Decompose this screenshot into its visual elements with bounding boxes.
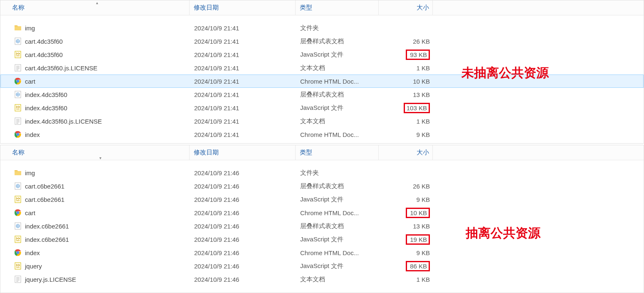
header-size-label: 大小 bbox=[417, 149, 429, 156]
file-size-label: 13 KB bbox=[413, 91, 430, 98]
file-size-label: 86 KB bbox=[406, 261, 430, 271]
file-name-label: cart.4dc35f60.js.LICENSE bbox=[25, 65, 97, 72]
file-row[interactable]: jquery2024/10/9 21:46JavaScript 文件86 KB bbox=[0, 259, 644, 273]
file-size-label: 10 KB bbox=[413, 78, 430, 85]
header-name[interactable]: 名称 ▾ bbox=[0, 145, 190, 160]
file-date-cell: 2024/10/9 21:41 bbox=[190, 65, 296, 72]
annotation-top: 未抽离公共资源 bbox=[461, 65, 549, 82]
file-type-cell: JavaScript 文件 bbox=[296, 196, 379, 204]
header-date[interactable]: 修改日期 bbox=[190, 0, 296, 15]
file-date-cell: 2024/10/9 21:41 bbox=[190, 104, 296, 112]
chrome-icon bbox=[14, 77, 22, 85]
header-name-label: 名称 bbox=[12, 149, 25, 156]
file-type-cell: Chrome HTML Doc... bbox=[296, 209, 379, 216]
chrome-icon bbox=[14, 131, 22, 138]
file-size-label: 1 KB bbox=[416, 65, 430, 72]
header-type-label: 类型 bbox=[300, 4, 312, 12]
js-file-icon bbox=[14, 51, 22, 58]
header-type[interactable]: 类型 bbox=[296, 0, 379, 15]
header-type[interactable]: 类型 bbox=[296, 145, 379, 160]
file-name-cell: cart bbox=[1, 77, 190, 85]
file-size-label: 103 KB bbox=[404, 103, 430, 113]
file-type-cell: 层叠样式表文档 bbox=[296, 91, 379, 99]
file-row[interactable]: img2024/10/9 21:46文件夹 bbox=[0, 166, 644, 179]
header-name[interactable]: 名称 ▴ bbox=[0, 0, 190, 15]
file-date-cell: 2024/10/9 21:46 bbox=[190, 223, 296, 230]
file-row[interactable]: cart.4dc35f602024/10/9 21:41层叠样式表文档26 KB bbox=[0, 35, 644, 48]
file-date-cell: 2024/10/9 21:46 bbox=[190, 276, 296, 283]
file-name-cell: index.4dc35f60.js.LICENSE bbox=[1, 117, 190, 125]
folder-icon bbox=[14, 169, 22, 176]
file-date-cell: 2024/10/9 21:41 bbox=[190, 118, 296, 125]
file-row[interactable]: index2024/10/9 21:46Chrome HTML Doc...9 … bbox=[0, 246, 644, 259]
file-name-label: jquery.js.LICENSE bbox=[25, 276, 76, 283]
header-date[interactable]: 修改日期 bbox=[190, 145, 296, 160]
file-size-cell: 1 KB bbox=[379, 65, 433, 72]
column-headers: 名称 ▾ 修改日期 类型 大小 bbox=[0, 145, 644, 160]
file-name-cell: img bbox=[1, 169, 190, 176]
file-size-cell: 10 KB bbox=[379, 208, 433, 218]
file-name-label: img bbox=[25, 25, 35, 32]
file-name-cell: cart.4dc35f60 bbox=[1, 37, 190, 45]
folder-icon bbox=[14, 24, 22, 32]
file-size-label: 19 KB bbox=[406, 234, 430, 245]
file-row[interactable]: cart.c6be26612024/10/9 21:46层叠样式表文档26 KB bbox=[0, 179, 644, 193]
file-size-cell: 26 KB bbox=[379, 183, 433, 190]
file-size-label: 26 KB bbox=[413, 38, 430, 45]
txt-file-icon bbox=[14, 64, 22, 72]
file-type-cell: Chrome HTML Doc... bbox=[296, 78, 379, 85]
file-row[interactable]: cart.4dc35f602024/10/9 21:41JavaScript 文… bbox=[0, 48, 644, 61]
file-row[interactable]: index2024/10/9 21:41Chrome HTML Doc...9 … bbox=[0, 128, 644, 141]
file-row[interactable]: jquery.js.LICENSE2024/10/9 21:46文本文档1 KB bbox=[0, 273, 644, 286]
file-row[interactable]: cart2024/10/9 21:46Chrome HTML Doc...10 … bbox=[0, 206, 644, 219]
file-name-label: cart.4dc35f60 bbox=[25, 38, 63, 45]
file-type-cell: 文本文档 bbox=[296, 64, 379, 72]
file-row[interactable]: index.4dc35f60.js.LICENSE2024/10/9 21:41… bbox=[0, 114, 644, 128]
file-size-label: 10 KB bbox=[406, 208, 430, 218]
file-name-cell: index.c6be2661 bbox=[1, 222, 190, 230]
header-type-label: 类型 bbox=[300, 149, 312, 156]
file-size-cell: 9 KB bbox=[379, 249, 433, 256]
header-size-label: 大小 bbox=[417, 4, 429, 12]
sort-asc-icon: ▴ bbox=[96, 0, 98, 5]
file-name-cell: cart.4dc35f60 bbox=[1, 51, 190, 58]
file-size-cell: 13 KB bbox=[379, 223, 433, 230]
header-size[interactable]: 大小 bbox=[379, 0, 433, 15]
header-size[interactable]: 大小 bbox=[379, 145, 433, 160]
file-name-label: index.4dc35f60.js.LICENSE bbox=[25, 118, 102, 125]
file-type-cell: 文本文档 bbox=[296, 276, 379, 283]
file-name-cell: index.4dc35f60 bbox=[1, 91, 190, 98]
file-size-label: 9 KB bbox=[416, 131, 430, 138]
file-size-cell: 26 KB bbox=[379, 38, 433, 45]
file-date-cell: 2024/10/9 21:41 bbox=[190, 131, 296, 138]
file-row[interactable]: index.4dc35f602024/10/9 21:41层叠样式表文档13 K… bbox=[0, 88, 644, 101]
file-name-label: index.4dc35f60 bbox=[25, 91, 67, 98]
file-size-label: 26 KB bbox=[413, 183, 430, 190]
file-name-label: cart.4dc35f60 bbox=[25, 51, 63, 58]
css-file-icon bbox=[14, 91, 22, 98]
file-row[interactable]: index.c6be26612024/10/9 21:46JavaScript … bbox=[0, 233, 644, 246]
file-size-label: 1 KB bbox=[416, 118, 430, 125]
file-row[interactable]: index.c6be26612024/10/9 21:46层叠样式表文档13 K… bbox=[0, 219, 644, 233]
file-row[interactable]: img2024/10/9 21:41文件夹 bbox=[0, 21, 644, 35]
file-date-cell: 2024/10/9 21:46 bbox=[190, 196, 296, 203]
file-name-label: jquery bbox=[25, 263, 42, 270]
file-size-label: 13 KB bbox=[413, 223, 430, 230]
file-size-cell: 93 KB bbox=[379, 50, 433, 60]
file-name-label: index bbox=[25, 249, 40, 256]
file-name-label: index.c6be2661 bbox=[25, 223, 69, 230]
file-type-cell: JavaScript 文件 bbox=[296, 51, 379, 59]
header-name-label: 名称 bbox=[12, 4, 25, 12]
file-date-cell: 2024/10/9 21:46 bbox=[190, 209, 296, 216]
file-date-cell: 2024/10/9 21:46 bbox=[190, 236, 296, 243]
file-date-cell: 2024/10/9 21:41 bbox=[190, 25, 296, 32]
file-row[interactable]: cart.c6be26612024/10/9 21:46JavaScript 文… bbox=[0, 193, 644, 206]
file-row[interactable]: index.4dc35f602024/10/9 21:41JavaScript … bbox=[0, 101, 644, 114]
txt-file-icon bbox=[14, 276, 22, 283]
column-headers: 名称 ▴ 修改日期 类型 大小 bbox=[0, 0, 644, 15]
file-type-cell: JavaScript 文件 bbox=[296, 262, 379, 270]
file-size-cell: 1 KB bbox=[379, 118, 433, 125]
file-type-cell: JavaScript 文件 bbox=[296, 236, 379, 243]
file-name-cell: jquery bbox=[1, 262, 190, 270]
file-type-cell: JavaScript 文件 bbox=[296, 104, 379, 112]
